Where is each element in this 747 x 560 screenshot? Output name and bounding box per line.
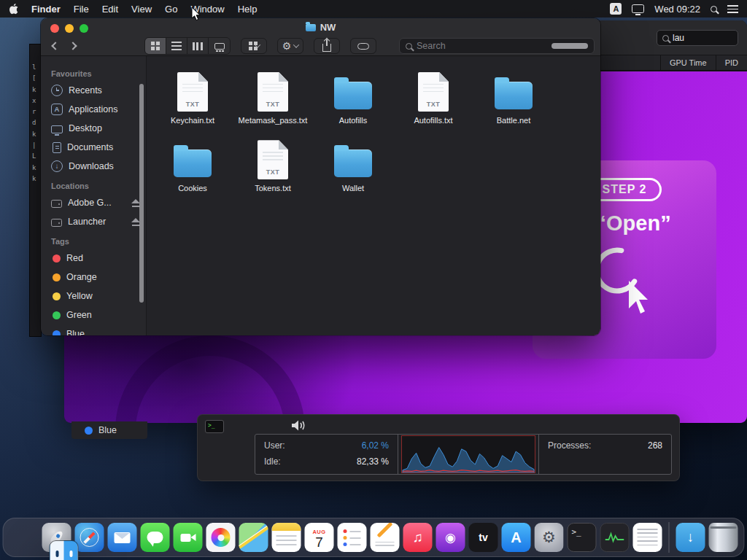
folder-wallet[interactable]: Wallet [313, 134, 393, 193]
menu-file[interactable]: File [74, 4, 89, 15]
finder-titlebar[interactable]: NW ⚙ [41, 18, 600, 56]
volume-icon[interactable] [291, 419, 307, 432]
sidebar-item-applications[interactable]: A Applications [41, 100, 146, 119]
file-keychain-txt[interactable]: TXT Keychain.txt [152, 66, 233, 125]
dock-pages-icon[interactable] [371, 523, 400, 552]
dock-mail-icon[interactable] [108, 523, 137, 552]
sidebar-item-documents[interactable]: Documents [41, 138, 146, 157]
applications-icon: A [51, 104, 63, 115]
background-search-field[interactable] [657, 30, 738, 46]
sidebar-item-launcher[interactable]: Launcher [41, 212, 146, 231]
back-button[interactable] [47, 38, 64, 54]
sidebar-item-tag-green[interactable]: Green [41, 306, 146, 324]
file-autofills-txt[interactable]: TXT Autofills.txt [393, 66, 473, 125]
view-list-button[interactable] [166, 38, 187, 54]
cpu-stats-window: >_ User: 6,02 % Idle: 82,33 % [197, 414, 680, 481]
cpu-usage-graph [398, 435, 538, 474]
sidebar-label: Orange [66, 272, 140, 282]
dock-messages-icon[interactable] [141, 523, 170, 552]
menu-help[interactable]: Help [238, 4, 258, 15]
user-label: User: [264, 440, 285, 451]
search-scope-pill [551, 43, 588, 49]
txt-file-icon: TXT [258, 72, 288, 112]
action-menu-button[interactable]: ⚙ [277, 38, 303, 54]
dock-notes-icon[interactable] [272, 523, 301, 552]
file-metamask-pass-txt[interactable]: TXT Metamask_pass.txt [233, 66, 313, 125]
sidebar-label: Green [66, 310, 140, 320]
display-menu-icon[interactable] [632, 4, 644, 13]
apple-logo-icon[interactable] [9, 4, 18, 15]
dock: AUG 7 ♫ ◉ tv A ⚙ >_ ↓ [3, 518, 745, 557]
calendar-day: 7 [315, 535, 323, 549]
menu-go[interactable]: Go [165, 4, 177, 15]
input-source-indicator[interactable]: A [610, 3, 622, 15]
sidebar-item-tag-blue[interactable]: Blue [41, 324, 146, 335]
folder-cookies[interactable]: Cookies [152, 134, 233, 193]
file-label: Tokens.txt [255, 183, 291, 193]
menu-bar-clock[interactable]: Wed 09:22 [654, 4, 700, 15]
dock-terminal-icon[interactable]: >_ [568, 523, 597, 552]
sidebar-label: Desktop [69, 123, 140, 133]
background-search-input[interactable] [673, 33, 724, 43]
txt-file-icon: TXT [177, 72, 208, 112]
file-tokens-txt[interactable]: TXT Tokens.txt [233, 134, 313, 193]
sidebar-section-favourites: Favourites [41, 63, 146, 81]
dock-photos-icon[interactable] [206, 523, 236, 552]
sidebar-scrollbar[interactable] [139, 84, 144, 303]
column-header-gpu-time[interactable]: GPU Time [660, 55, 716, 70]
spotlight-search-icon[interactable] [711, 6, 717, 12]
dock-facetime-icon[interactable] [174, 523, 203, 552]
dock-podcasts-icon[interactable]: ◉ [436, 523, 465, 552]
view-gallery-button[interactable] [209, 38, 230, 54]
dock-safari-icon[interactable] [75, 523, 104, 552]
dock-appletv-icon[interactable]: tv [469, 523, 498, 552]
dock-music-icon[interactable]: ♫ [403, 523, 433, 552]
search-icon [406, 43, 412, 50]
window-title: NW [41, 22, 600, 33]
sidebar-item-downloads[interactable]: ↓ Downloads [41, 157, 146, 176]
tags-button[interactable] [350, 38, 376, 54]
column-header-pid[interactable]: PID [716, 55, 747, 70]
sidebar-item-tag-orange[interactable]: Orange [41, 268, 146, 287]
idle-value: 82,33 % [357, 456, 389, 467]
dock-appstore-icon[interactable]: A [502, 523, 531, 552]
sidebar-item-adobe[interactable]: Adobe G... [41, 193, 146, 212]
processes-label: Processes: [548, 440, 591, 451]
dock-calendar-icon[interactable]: AUG 7 [305, 523, 334, 552]
view-columns-button[interactable] [187, 38, 209, 54]
notification-center-icon[interactable] [727, 5, 738, 13]
folder-battle-net[interactable]: Battle.net [473, 66, 554, 125]
menu-finder[interactable]: Finder [31, 4, 61, 15]
share-button[interactable] [314, 38, 340, 54]
sidebar-item-tag-red[interactable]: Red [41, 249, 146, 268]
idle-label: Idle: [264, 456, 281, 467]
dock-activity-monitor-icon[interactable] [600, 523, 630, 552]
file-label: Cookies [178, 183, 207, 193]
terminal-mini-icon[interactable]: >_ [205, 420, 224, 433]
sidebar-section-tags: Tags [41, 231, 146, 249]
sidebar-item-desktop[interactable]: Desktop [41, 119, 146, 138]
finder-search-input[interactable] [417, 41, 547, 51]
gear-icon: ⚙ [282, 41, 292, 51]
dock-system-preferences-icon[interactable]: ⚙ [535, 523, 564, 552]
dock-trash-icon[interactable] [709, 523, 738, 552]
file-label: Metamask_pass.txt [239, 115, 308, 125]
disk-icon [51, 219, 62, 227]
sidebar-item-recents[interactable]: Recents [41, 81, 146, 100]
finder-search-field[interactable] [399, 38, 595, 54]
sidebar-item-tag-yellow[interactable]: Yellow [41, 287, 146, 306]
view-icons-button[interactable] [145, 38, 166, 54]
dock-reminders-icon[interactable] [338, 523, 367, 552]
menu-edit[interactable]: Edit [102, 4, 118, 15]
dock-textedit-icon[interactable] [633, 523, 662, 552]
folder-autofills[interactable]: Autofills [313, 66, 393, 125]
dock-finder-icon[interactable] [50, 540, 79, 560]
forward-button[interactable] [64, 38, 82, 54]
group-by-button[interactable] [241, 38, 267, 54]
dock-maps-icon[interactable] [239, 523, 268, 552]
folder-icon [495, 82, 533, 109]
folder-icon [334, 82, 372, 109]
tag-label: Blue [98, 425, 117, 435]
menu-view[interactable]: View [131, 4, 152, 15]
dock-downloads-icon[interactable]: ↓ [676, 523, 705, 552]
